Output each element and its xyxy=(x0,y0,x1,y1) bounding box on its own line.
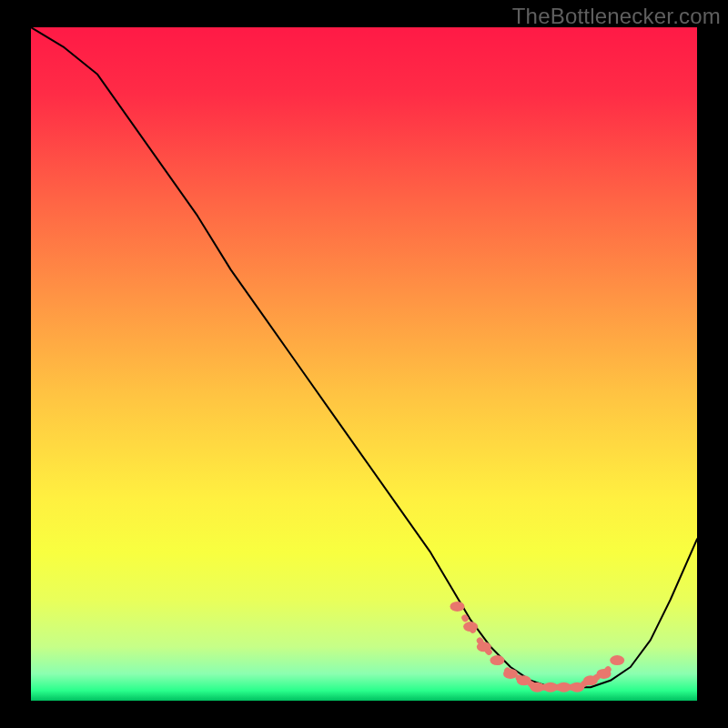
optimal-range-dot xyxy=(557,682,571,693)
optimal-range-dot xyxy=(597,669,612,679)
optimal-range-dot xyxy=(570,682,584,693)
chart-svg xyxy=(31,27,697,701)
optimal-range-dot xyxy=(490,655,504,665)
chart-root: TheBottlenecker.com xyxy=(0,0,728,728)
optimal-range-dot xyxy=(463,622,478,632)
optimal-range-dot xyxy=(543,682,558,693)
gradient-background xyxy=(31,27,697,701)
optimal-range-dot xyxy=(517,675,531,685)
optimal-range-dot xyxy=(583,675,598,685)
optimal-range-dot xyxy=(503,669,518,679)
optimal-range-dot xyxy=(610,655,624,665)
chart-plot-area xyxy=(31,27,697,701)
optimal-range-dot xyxy=(477,642,491,652)
optimal-range-dot xyxy=(530,682,544,693)
watermark-text: TheBottlenecker.com xyxy=(512,4,721,29)
optimal-range-dot xyxy=(450,602,465,612)
